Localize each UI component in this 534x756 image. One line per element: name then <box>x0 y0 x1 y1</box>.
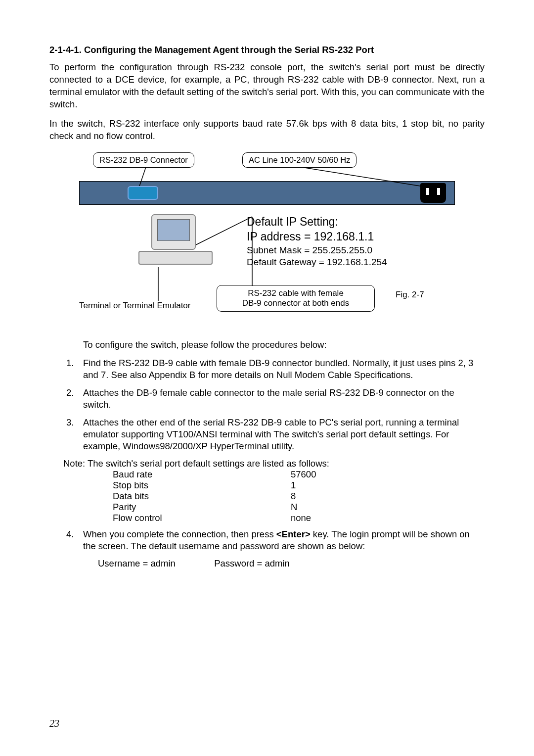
step-number: 4. <box>66 528 83 552</box>
ac-plug-icon <box>420 183 446 203</box>
table-row: Baud rate 57600 <box>113 469 485 480</box>
setting-value: 8 <box>291 491 330 502</box>
figure-label: Fig. 2-7 <box>396 290 424 300</box>
step-text: Attaches the DB-9 female cable connector… <box>83 387 485 411</box>
table-row: Flow control none <box>113 513 485 523</box>
db9-port-icon <box>128 186 158 200</box>
default-ip-block: Default IP Setting: IP address = 192.168… <box>247 215 387 269</box>
terminal-pc-icon <box>138 214 213 269</box>
ac-line-label: AC Line 100-240V 50/60 Hz <box>242 152 356 168</box>
terminal-label: Terminal or Terminal Emulator <box>79 301 190 311</box>
ip-address: IP address = 192.168.1.1 <box>247 230 387 244</box>
diagram: RS-232 DB-9 Connector AC Line 100-240V 5… <box>79 152 455 331</box>
username: Username = admin <box>98 558 212 569</box>
section-heading: 2-1-4-1. Configuring the Management Agen… <box>49 45 485 55</box>
subnet-mask: Subnet Mask = 255.255.255.0 <box>247 244 387 257</box>
step-number: 1. <box>66 357 83 381</box>
procedure-list-cont: 4. When you complete the connection, the… <box>66 528 485 552</box>
setting-key: Flow control <box>113 513 291 523</box>
setting-value: none <box>291 513 330 523</box>
step-text: When you complete the connection, then p… <box>83 528 485 552</box>
connector-label: RS-232 DB-9 Connector <box>93 152 194 168</box>
settings-table: Baud rate 57600 Stop bits 1 Data bits 8 … <box>113 469 485 523</box>
cable-label-line2: DB-9 connector at both ends <box>225 298 366 308</box>
list-item: 3. Attaches the other end of the serial … <box>66 417 485 452</box>
list-item: 2. Attaches the DB-9 female cable connec… <box>66 387 485 411</box>
step-number: 3. <box>66 417 83 452</box>
step4-pre: When you complete the connection, then p… <box>83 529 276 539</box>
setting-key: Data bits <box>113 491 291 502</box>
paragraph-2: In the switch, RS-232 interface only sup… <box>49 118 485 142</box>
credentials: Username = admin Password = admin <box>98 558 485 569</box>
step-text: Attaches the other end of the serial RS-… <box>83 417 485 452</box>
setting-key: Parity <box>113 502 291 513</box>
procedure-intro: To configure the switch, please follow t… <box>83 339 485 350</box>
procedure-list: 1. Find the RS-232 DB-9 cable with femal… <box>66 357 485 452</box>
setting-value: 1 <box>291 480 330 491</box>
table-row: Stop bits 1 <box>113 480 485 491</box>
setting-key: Stop bits <box>113 480 291 491</box>
table-row: Data bits 8 <box>113 491 485 502</box>
ip-title: Default IP Setting: <box>247 215 387 230</box>
setting-key: Baud rate <box>113 469 291 480</box>
note-line: Note: The switch's serial port default s… <box>63 458 485 469</box>
step-text: Find the RS-232 DB-9 cable with female D… <box>83 357 485 381</box>
list-item: 4. When you complete the connection, the… <box>66 528 485 552</box>
password: Password = admin <box>214 558 290 569</box>
step-number: 2. <box>66 387 83 411</box>
cable-label: RS-232 cable with female DB-9 connector … <box>217 285 375 312</box>
setting-value: N <box>291 502 330 513</box>
enter-key-bold: <Enter> <box>276 529 311 539</box>
table-row: Parity N <box>113 502 485 513</box>
setting-value: 57600 <box>291 469 330 480</box>
default-gateway: Default Gateway = 192.168.1.254 <box>247 256 387 269</box>
paragraph-1: To perform the configuration through RS-… <box>49 61 485 111</box>
list-item: 1. Find the RS-232 DB-9 cable with femal… <box>66 357 485 381</box>
page-number: 23 <box>49 718 59 729</box>
cable-label-line1: RS-232 cable with female <box>225 288 366 298</box>
